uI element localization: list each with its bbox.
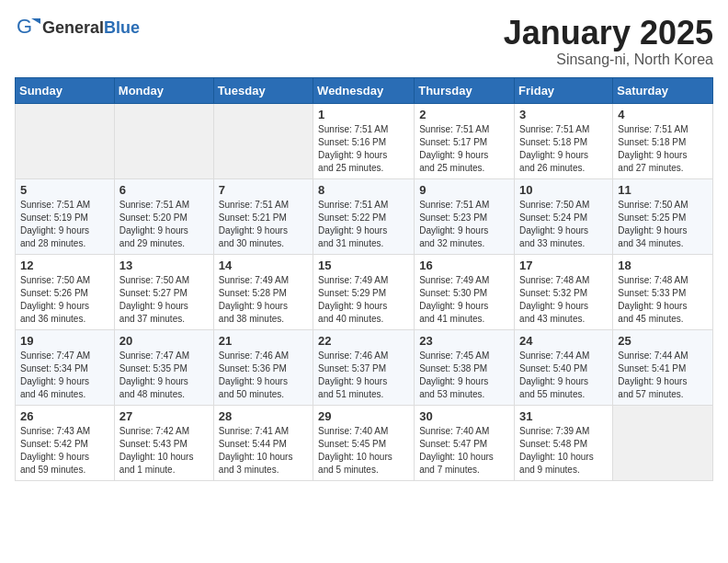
calendar-week-row: 12Sunrise: 7:50 AM Sunset: 5:26 PM Dayli…	[16, 254, 713, 329]
calendar-cell: 14Sunrise: 7:49 AM Sunset: 5:28 PM Dayli…	[213, 254, 313, 329]
calendar-cell: 25Sunrise: 7:44 AM Sunset: 5:41 PM Dayli…	[613, 329, 713, 405]
day-number: 17	[519, 259, 608, 272]
day-number: 18	[618, 259, 708, 272]
calendar-cell: 22Sunrise: 7:46 AM Sunset: 5:37 PM Dayli…	[313, 329, 415, 405]
day-info: Sunrise: 7:51 AM Sunset: 5:18 PM Dayligh…	[519, 123, 608, 175]
day-info: Sunrise: 7:46 AM Sunset: 5:37 PM Dayligh…	[318, 350, 409, 401]
calendar-cell: 28Sunrise: 7:41 AM Sunset: 5:44 PM Dayli…	[213, 405, 313, 480]
day-number: 10	[519, 183, 608, 197]
day-info: Sunrise: 7:48 AM Sunset: 5:33 PM Dayligh…	[618, 274, 708, 326]
day-number: 28	[219, 409, 308, 423]
day-info: Sunrise: 7:51 AM Sunset: 5:20 PM Dayligh…	[119, 199, 209, 250]
day-number: 5	[20, 183, 109, 197]
title-area: January 2025 Sinsang-ni, North Korea	[504, 15, 713, 68]
calendar-cell: 11Sunrise: 7:50 AM Sunset: 5:25 PM Dayli…	[613, 178, 713, 254]
day-number: 19	[20, 334, 109, 348]
calendar-cell: 12Sunrise: 7:50 AM Sunset: 5:26 PM Dayli…	[16, 254, 115, 329]
calendar-cell: 23Sunrise: 7:45 AM Sunset: 5:38 PM Dayli…	[415, 329, 515, 405]
day-info: Sunrise: 7:47 AM Sunset: 5:35 PM Dayligh…	[119, 350, 209, 401]
weekday-header: Saturday	[613, 77, 713, 103]
day-number: 8	[318, 183, 409, 197]
day-number: 7	[219, 183, 308, 197]
calendar-cell: 27Sunrise: 7:42 AM Sunset: 5:43 PM Dayli…	[114, 405, 213, 480]
logo-blue: Blue	[104, 18, 140, 37]
calendar-cell: 29Sunrise: 7:40 AM Sunset: 5:45 PM Dayli…	[313, 405, 415, 480]
calendar-cell: 26Sunrise: 7:43 AM Sunset: 5:42 PM Dayli…	[16, 405, 115, 480]
day-number: 22	[318, 334, 409, 348]
calendar-cell	[613, 405, 713, 480]
day-number: 3	[519, 108, 608, 121]
day-info: Sunrise: 7:51 AM Sunset: 5:23 PM Dayligh…	[419, 199, 509, 250]
calendar-cell: 17Sunrise: 7:48 AM Sunset: 5:32 PM Dayli…	[515, 254, 613, 329]
logo: G GeneralBlue	[15, 15, 140, 40]
calendar-cell: 18Sunrise: 7:48 AM Sunset: 5:33 PM Dayli…	[613, 254, 713, 329]
calendar-cell: 19Sunrise: 7:47 AM Sunset: 5:34 PM Dayli…	[16, 329, 115, 405]
calendar-cell	[16, 103, 115, 178]
calendar-cell: 6Sunrise: 7:51 AM Sunset: 5:20 PM Daylig…	[114, 178, 213, 254]
day-info: Sunrise: 7:51 AM Sunset: 5:22 PM Dayligh…	[318, 199, 409, 250]
weekday-header: Monday	[114, 77, 213, 103]
day-number: 27	[119, 409, 209, 423]
day-info: Sunrise: 7:49 AM Sunset: 5:28 PM Dayligh…	[219, 274, 308, 326]
calendar-cell: 13Sunrise: 7:50 AM Sunset: 5:27 PM Dayli…	[114, 254, 213, 329]
calendar-cell: 7Sunrise: 7:51 AM Sunset: 5:21 PM Daylig…	[213, 178, 313, 254]
calendar-cell: 5Sunrise: 7:51 AM Sunset: 5:19 PM Daylig…	[16, 178, 115, 254]
day-number: 14	[219, 259, 308, 272]
day-number: 16	[419, 259, 509, 272]
calendar-cell: 20Sunrise: 7:47 AM Sunset: 5:35 PM Dayli…	[114, 329, 213, 405]
day-info: Sunrise: 7:50 AM Sunset: 5:27 PM Dayligh…	[119, 274, 209, 326]
day-info: Sunrise: 7:40 AM Sunset: 5:45 PM Dayligh…	[318, 425, 409, 477]
day-number: 21	[219, 334, 308, 348]
calendar-week-row: 19Sunrise: 7:47 AM Sunset: 5:34 PM Dayli…	[16, 329, 713, 405]
day-number: 12	[20, 259, 109, 272]
calendar-cell: 4Sunrise: 7:51 AM Sunset: 5:18 PM Daylig…	[613, 103, 713, 178]
day-number: 9	[419, 183, 509, 197]
day-number: 20	[119, 334, 209, 348]
calendar-cell: 15Sunrise: 7:49 AM Sunset: 5:29 PM Dayli…	[313, 254, 415, 329]
calendar-cell: 9Sunrise: 7:51 AM Sunset: 5:23 PM Daylig…	[415, 178, 515, 254]
day-number: 15	[318, 259, 409, 272]
day-info: Sunrise: 7:50 AM Sunset: 5:25 PM Dayligh…	[618, 199, 708, 250]
day-number: 26	[20, 409, 109, 423]
calendar-table: SundayMondayTuesdayWednesdayThursdayFrid…	[15, 77, 713, 481]
calendar-cell: 21Sunrise: 7:46 AM Sunset: 5:36 PM Dayli…	[213, 329, 313, 405]
day-number: 6	[119, 183, 209, 197]
day-number: 2	[419, 108, 509, 121]
day-info: Sunrise: 7:50 AM Sunset: 5:26 PM Dayligh…	[20, 274, 109, 326]
day-number: 30	[419, 409, 509, 423]
day-info: Sunrise: 7:43 AM Sunset: 5:42 PM Dayligh…	[20, 425, 109, 477]
day-info: Sunrise: 7:51 AM Sunset: 5:21 PM Dayligh…	[219, 199, 308, 250]
day-info: Sunrise: 7:49 AM Sunset: 5:30 PM Dayligh…	[419, 274, 509, 326]
page-header: G GeneralBlue January 2025 Sinsang-ni, N…	[15, 15, 713, 68]
weekday-header-row: SundayMondayTuesdayWednesdayThursdayFrid…	[16, 77, 713, 103]
day-info: Sunrise: 7:49 AM Sunset: 5:29 PM Dayligh…	[318, 274, 409, 326]
calendar-week-row: 26Sunrise: 7:43 AM Sunset: 5:42 PM Dayli…	[16, 405, 713, 480]
logo-general: General	[42, 18, 104, 37]
weekday-header: Wednesday	[313, 77, 415, 103]
day-info: Sunrise: 7:51 AM Sunset: 5:17 PM Dayligh…	[419, 123, 509, 175]
calendar-cell: 30Sunrise: 7:40 AM Sunset: 5:47 PM Dayli…	[415, 405, 515, 480]
calendar-cell: 16Sunrise: 7:49 AM Sunset: 5:30 PM Dayli…	[415, 254, 515, 329]
day-number: 25	[618, 334, 708, 348]
calendar-week-row: 5Sunrise: 7:51 AM Sunset: 5:19 PM Daylig…	[16, 178, 713, 254]
calendar-cell	[213, 103, 313, 178]
day-number: 13	[119, 259, 209, 272]
day-number: 1	[318, 108, 409, 121]
day-info: Sunrise: 7:51 AM Sunset: 5:18 PM Dayligh…	[618, 123, 708, 175]
day-info: Sunrise: 7:44 AM Sunset: 5:40 PM Dayligh…	[519, 350, 608, 401]
day-info: Sunrise: 7:44 AM Sunset: 5:41 PM Dayligh…	[618, 350, 708, 401]
svg-marker-1	[31, 18, 40, 24]
weekday-header: Thursday	[415, 77, 515, 103]
day-number: 4	[618, 108, 708, 121]
day-number: 23	[419, 334, 509, 348]
day-info: Sunrise: 7:42 AM Sunset: 5:43 PM Dayligh…	[119, 425, 209, 477]
svg-text:G: G	[17, 15, 32, 38]
calendar-cell: 10Sunrise: 7:50 AM Sunset: 5:24 PM Dayli…	[515, 178, 613, 254]
calendar-cell: 8Sunrise: 7:51 AM Sunset: 5:22 PM Daylig…	[313, 178, 415, 254]
calendar-cell: 2Sunrise: 7:51 AM Sunset: 5:17 PM Daylig…	[415, 103, 515, 178]
day-number: 29	[318, 409, 409, 423]
day-info: Sunrise: 7:51 AM Sunset: 5:16 PM Dayligh…	[318, 123, 409, 175]
day-number: 24	[519, 334, 608, 348]
calendar-cell: 3Sunrise: 7:51 AM Sunset: 5:18 PM Daylig…	[515, 103, 613, 178]
weekday-header: Sunday	[16, 77, 115, 103]
